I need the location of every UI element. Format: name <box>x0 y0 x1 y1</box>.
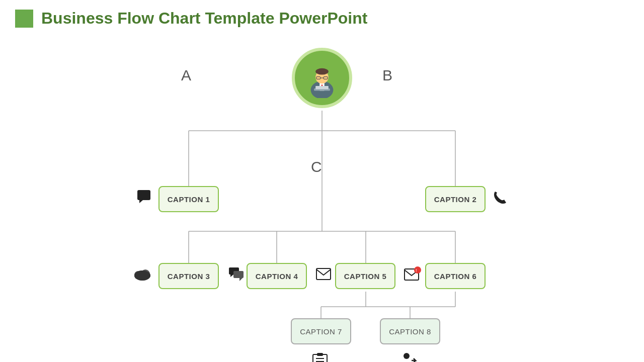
svg-rect-26 <box>315 86 329 89</box>
svg-text:!: ! <box>416 268 417 273</box>
accent-square <box>15 10 33 28</box>
caption-2-box: CAPTION 2 <box>425 186 486 212</box>
chart-area: A B C CAPTION 1 CAPTION 2 CAPTION 3 CAPT… <box>0 33 644 354</box>
avatar <box>292 48 352 108</box>
caption-8-box: CAPTION 8 <box>380 318 440 344</box>
email-badge-icon: ! <box>404 266 421 285</box>
caption-4-box: CAPTION 4 <box>247 263 307 289</box>
svg-point-47 <box>404 353 410 359</box>
label-c: C <box>311 158 322 175</box>
header: Business Flow Chart Template PowerPoint <box>0 0 644 33</box>
svg-marker-37 <box>239 278 243 281</box>
caption-3-box: CAPTION 3 <box>158 263 219 289</box>
envelope-icon <box>316 268 331 283</box>
chat-bubble-icon <box>137 190 152 207</box>
speech-bubbles-icon <box>228 267 245 284</box>
svg-rect-38 <box>316 268 331 280</box>
person-icon <box>302 58 342 98</box>
caption-7-box: CAPTION 7 <box>291 318 351 344</box>
letter-icon <box>312 352 328 362</box>
svg-rect-36 <box>233 271 244 278</box>
cloud-icon <box>133 266 151 284</box>
caption-5-box: CAPTION 5 <box>335 263 395 289</box>
person-arrow-icon <box>401 352 419 362</box>
label-b: B <box>382 67 392 84</box>
svg-point-33 <box>135 274 140 279</box>
caption-6-box: CAPTION 6 <box>425 263 486 289</box>
svg-rect-27 <box>137 190 150 200</box>
svg-marker-35 <box>230 275 233 277</box>
phone-icon <box>492 191 506 209</box>
caption-1-box: CAPTION 1 <box>158 186 219 212</box>
page-title: Business Flow Chart Template PowerPoint <box>41 9 367 28</box>
label-a: A <box>181 67 191 84</box>
svg-rect-46 <box>317 353 323 356</box>
svg-point-21 <box>315 68 329 75</box>
svg-marker-28 <box>139 200 143 203</box>
